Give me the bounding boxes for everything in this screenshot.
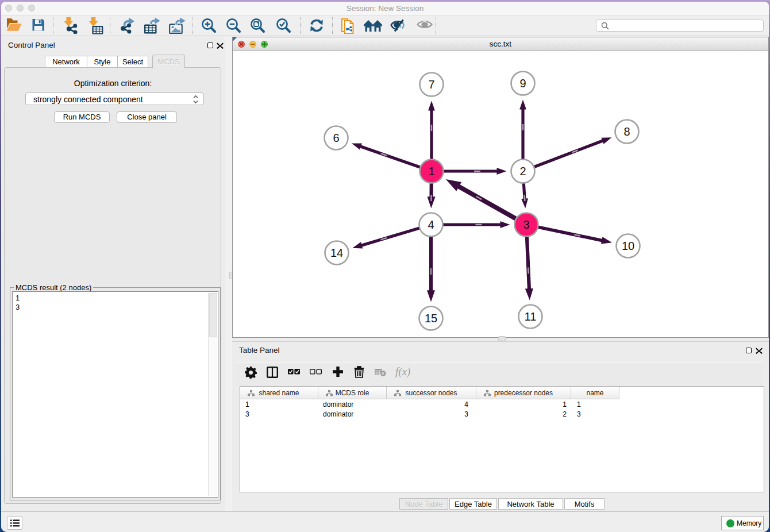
svg-text:6: 6: [333, 132, 339, 144]
svg-text:15: 15: [425, 312, 437, 325]
svg-text:9: 9: [519, 77, 526, 90]
svg-text:11: 11: [525, 310, 537, 323]
svg-text:8: 8: [623, 125, 630, 138]
svg-text:7: 7: [428, 78, 434, 91]
svg-text:14: 14: [330, 246, 343, 259]
svg-text:2: 2: [519, 165, 526, 178]
svg-text:10: 10: [622, 240, 634, 252]
svg-text:1: 1: [428, 165, 434, 178]
svg-text:4: 4: [428, 218, 434, 231]
svg-text:3: 3: [523, 218, 529, 231]
